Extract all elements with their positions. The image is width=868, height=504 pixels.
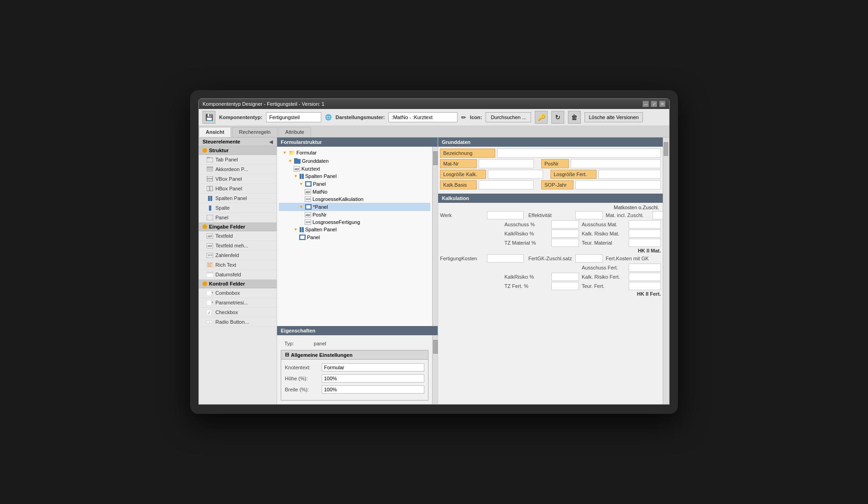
tab-ansicht[interactable]: Ansicht bbox=[199, 127, 231, 137]
tree-node-grunddaten[interactable]: ▼ Grunddaten bbox=[279, 157, 430, 165]
darstellungsmuster-input[interactable] bbox=[388, 112, 457, 122]
sidebar-item-zahlenfeld[interactable]: 123 Zahlenfeld bbox=[199, 251, 277, 260]
svg-point-23 bbox=[209, 321, 212, 323]
sidebar-group-struktur[interactable]: Struktur bbox=[199, 146, 277, 155]
tree-node-spalten-panel-2[interactable]: ▼ Spalten Panel bbox=[279, 226, 430, 233]
save-button[interactable]: 💾 bbox=[203, 111, 215, 124]
minimize-button[interactable]: — bbox=[642, 101, 649, 107]
sidebar-item-tab-panel[interactable]: Tab Panel bbox=[199, 155, 277, 165]
sidebar-group-eingabe[interactable]: Eingabe Felder bbox=[199, 223, 277, 231]
allgemeine-title: Allgemeine Einstellungen bbox=[291, 352, 353, 358]
hoehe-input[interactable] bbox=[322, 374, 424, 383]
tree-node-panel-star[interactable]: ▼ *Panel bbox=[279, 203, 430, 211]
sidebar-item-checkbox[interactable]: ✓ Checkbox bbox=[199, 308, 277, 317]
kalk-row-tz-fert: TZ Fert. % Teur. Fert. bbox=[440, 282, 661, 290]
sidebar-collapse-icon[interactable]: ◀ bbox=[269, 139, 273, 144]
collapse-arrow: ▼ bbox=[283, 150, 287, 155]
form-row-bezeichnung: Bezeichnung bbox=[440, 149, 661, 158]
kalk-risiko-fert-pct-field[interactable] bbox=[551, 273, 579, 281]
panel-3-icon bbox=[299, 234, 306, 241]
tree-label-posnr: PosNr bbox=[312, 212, 327, 218]
kalk-risiko-mat-field[interactable] bbox=[629, 229, 661, 238]
browse-button[interactable]: Durchsuchen ... bbox=[486, 112, 531, 122]
svg-rect-25 bbox=[294, 158, 297, 160]
sidebar-item-spalten-panel[interactable]: Spalten Panel bbox=[199, 194, 277, 203]
teur-material-field[interactable] bbox=[629, 239, 661, 247]
tree-label-formular: Formular bbox=[296, 150, 317, 155]
allgemeine-body: Knotentext: Höhe (%): Brei bbox=[281, 360, 428, 400]
knotentext-input[interactable] bbox=[322, 363, 424, 372]
sidebar-item-akkordeon[interactable]: Akkordeon P... bbox=[199, 165, 277, 174]
ausschuss-pct-field[interactable] bbox=[551, 220, 579, 229]
sidebar-item-param[interactable]: Parametriesi... bbox=[199, 298, 277, 308]
checkbox-icon: ✓ bbox=[206, 309, 214, 315]
losgroesse-fert-field bbox=[598, 170, 661, 179]
kalk-basis-label: Kalk.Basis bbox=[440, 180, 477, 189]
sidebar-item-vbox-label: VBox Panel bbox=[215, 176, 242, 182]
props-scrollbar[interactable] bbox=[432, 335, 438, 404]
posnr-label: PosNr bbox=[541, 159, 569, 168]
tree-node-spalten-panel-1[interactable]: ▼ Spalten Panel bbox=[279, 172, 430, 180]
tz-material-pct-field[interactable] bbox=[551, 239, 579, 247]
sidebar-item-spalte[interactable]: Spalte bbox=[199, 203, 277, 213]
sidebar-item-radio[interactable]: Radio Button... bbox=[199, 317, 277, 327]
sidebar-item-rich-text[interactable]: Rich Text bbox=[199, 260, 277, 270]
hoehe-label: Höhe (%): bbox=[285, 376, 322, 381]
properties-body: Typ: panel ⊟ Allgemeine Einstellungen bbox=[277, 335, 432, 404]
mat-incl-field[interactable] bbox=[653, 211, 663, 219]
svg-rect-3 bbox=[207, 168, 213, 170]
sidebar-item-vbox[interactable]: VBox Panel bbox=[199, 174, 277, 184]
maximize-button[interactable]: ⤢ bbox=[651, 101, 657, 107]
allgemeine-collapse[interactable]: ⊟ bbox=[285, 352, 289, 358]
allgemeine-row-breite: Breite (%): bbox=[285, 385, 424, 394]
collapse-arrow: ▼ bbox=[294, 174, 298, 178]
sidebar-item-hbox[interactable]: HBox Panel bbox=[199, 184, 277, 194]
refresh-button[interactable]: ↻ bbox=[551, 111, 564, 124]
ausschuss-mat-field[interactable] bbox=[629, 220, 661, 229]
werk-field[interactable] bbox=[487, 211, 524, 219]
tree-scrollbar[interactable] bbox=[432, 147, 438, 326]
effektivitaet-field[interactable] bbox=[575, 211, 603, 219]
window-controls[interactable]: — ⤢ ✕ bbox=[642, 101, 665, 107]
tree-node-posnr[interactable]: abl PosNr bbox=[279, 211, 430, 218]
tree-node-kurztext[interactable]: abl Kurztext bbox=[279, 165, 430, 172]
sidebar-item-panel[interactable]: Panel bbox=[199, 213, 277, 223]
key-button[interactable]: 🔑 bbox=[535, 111, 548, 124]
matnr-label: Mat-Nr bbox=[440, 159, 477, 168]
sidebar-item-datumsfeld[interactable]: Datumsfeld bbox=[199, 270, 277, 280]
panel-star-icon bbox=[305, 204, 312, 210]
sidebar-item-textfeld-meh[interactable]: abl Textfeld meh... bbox=[199, 241, 277, 251]
tree-node-matno[interactable]: abl MatNo bbox=[279, 188, 430, 195]
tab-attribute[interactable]: Attribute bbox=[278, 127, 311, 137]
breite-input[interactable] bbox=[322, 385, 424, 394]
tab-rechenregeln[interactable]: Rechenregeln bbox=[232, 127, 278, 137]
sidebar-group-kontroll[interactable]: Kontroll Felder bbox=[199, 280, 277, 288]
tree-label-losgr-fert: LosgroesseFertigung bbox=[312, 219, 360, 225]
kalk-risiko-fert-field[interactable] bbox=[629, 273, 661, 281]
teur-fert-field[interactable] bbox=[629, 282, 661, 290]
delete-old-versions-button[interactable]: Lösche alte Versionen bbox=[584, 112, 642, 122]
form-row-losgroesse: Losgröße Kalk. Losgröße Fert. bbox=[440, 170, 661, 179]
tree-node-losgr-kalk[interactable]: 123 LosgroesseKalkulation bbox=[279, 195, 430, 203]
allgemeine-row-knotentext: Knotentext: bbox=[285, 363, 424, 372]
right-scrollbar[interactable] bbox=[663, 137, 669, 404]
rich-text-icon bbox=[206, 262, 214, 268]
close-button[interactable]: ✕ bbox=[659, 101, 665, 107]
sidebar-item-textfeld[interactable]: abl Textfeld bbox=[199, 231, 277, 241]
collapse-arrow: ▼ bbox=[294, 227, 298, 232]
svg-text:✓: ✓ bbox=[208, 310, 211, 315]
tree-node-panel-3[interactable]: Panel bbox=[279, 233, 430, 241]
spalten-panel-icon bbox=[300, 174, 304, 179]
tree-node-losgr-fert[interactable]: 123 LosgroesseFertigung bbox=[279, 218, 430, 226]
tree-node-formular[interactable]: ▼ 📁 Formular bbox=[279, 149, 430, 157]
fertigung-kosten-field[interactable] bbox=[487, 254, 524, 263]
ausschuss-fert-field[interactable] bbox=[629, 263, 661, 272]
tree-label-grunddaten: Grunddaten bbox=[302, 158, 329, 164]
tz-fert-pct-field[interactable] bbox=[551, 282, 579, 290]
komponententyp-input[interactable] bbox=[266, 112, 321, 122]
komponententyp-label: Komponententyp: bbox=[219, 115, 262, 120]
kalk-risiko-pct-field[interactable] bbox=[551, 229, 579, 238]
tree-node-panel-1[interactable]: ▼ Panel bbox=[279, 180, 430, 188]
fertgk-field[interactable] bbox=[575, 254, 603, 263]
sidebar-item-combobox[interactable]: Combobox bbox=[199, 288, 277, 298]
